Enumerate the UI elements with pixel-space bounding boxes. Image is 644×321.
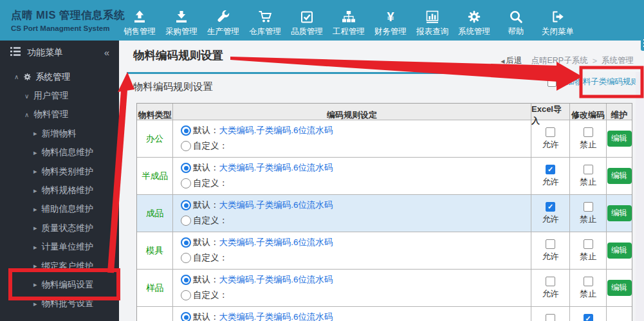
default-rule-radio[interactable] — [181, 237, 191, 248]
sidebar-item-label: 物料编码设置 — [42, 279, 94, 291]
add-subclass-rule-checkbox[interactable] — [547, 78, 557, 87]
custom-rule-radio[interactable] — [181, 178, 191, 188]
rule-pattern-link[interactable]: 大类编码.子类编码.6位流水码 — [219, 199, 333, 211]
maintain-cell: 编辑 — [607, 158, 632, 194]
rule-cell: 默认： 大类编码.子类编码.6位流水码 自定义： — [173, 232, 531, 269]
app-logo: 点晴 MIS 管理信息系统 CS Port Managment System — [0, 8, 121, 32]
tree-marker-icon: ∨ — [24, 93, 29, 100]
default-rule-label: 默认： — [193, 125, 219, 136]
default-rule-radio[interactable] — [181, 312, 191, 321]
sidebar-item[interactable]: ∧ 物料管理 — [0, 105, 119, 124]
modify-code-cell: 禁止 — [570, 270, 607, 306]
sidebar-item[interactable]: ▸ 物料类别维护 — [0, 162, 119, 181]
modify-code-checkbox[interactable] — [584, 165, 593, 174]
gear-icon — [23, 73, 32, 81]
default-rule-radio[interactable] — [181, 163, 191, 173]
corner-menu-tab[interactable] — [641, 35, 644, 51]
sidebar-item[interactable]: ▸ 绑定客户维护 — [0, 257, 119, 275]
custom-rule-radio[interactable] — [181, 253, 191, 263]
custom-rule-option: 自定义： — [181, 178, 531, 189]
rule-pattern-link[interactable]: 大类编码.子类编码.6位流水码 — [219, 274, 333, 286]
default-rule-radio[interactable] — [181, 275, 191, 285]
excel-import-checkbox[interactable] — [546, 202, 555, 212]
nav-reports[interactable]: 报表查询 — [414, 9, 451, 37]
sidebar-item-label: 新增物料 — [42, 128, 77, 140]
excel-import-cell: 允许 — [531, 195, 570, 232]
edit-button[interactable]: 编辑 — [607, 243, 632, 259]
nav-close-menu[interactable]: 关闭菜单 — [539, 9, 576, 37]
nav-finance[interactable]: ¥ 财务管理 — [372, 9, 409, 37]
modify-code-checkbox[interactable] — [584, 127, 593, 137]
nav-engineering[interactable]: 工程管理 — [330, 9, 367, 37]
sidebar-item[interactable]: ▸ 新增物料 — [0, 124, 119, 143]
sidebar-menu: ∧ 系统管理 ∨ 用户管理 ∧ — [0, 64, 119, 313]
rule-cell: 默认： 大类编码.子类编码.6位流水码 自定义： — [173, 120, 531, 157]
rule-pattern-link[interactable]: 大类编码.子类编码.6位流水码 — [219, 311, 333, 321]
edit-button[interactable]: 编辑 — [607, 168, 632, 184]
page-title: 物料编码规则设置 — [133, 48, 223, 63]
default-rule-radio[interactable] — [181, 200, 191, 210]
excel-import-checkbox[interactable] — [546, 165, 555, 174]
nav-purchase[interactable]: 采购管理 — [163, 9, 200, 37]
rule-pattern-link[interactable]: 大类编码.子类编码.6位流水码 — [219, 125, 333, 136]
rule-pattern-link[interactable]: 大类编码.子类编码.6位流水码 — [219, 162, 333, 174]
modify-code-checkbox[interactable] — [584, 277, 593, 286]
table-row: 模具 默认： 大类编码.子类编码.6位流水码 自定义： — [137, 232, 632, 270]
add-subclass-rule-label[interactable]: 增加物料子类编码规则 — [558, 77, 639, 87]
sidebar-item[interactable]: ▸ 物料规格维护 — [0, 181, 119, 199]
nav-system[interactable]: 系统管理 — [455, 9, 493, 37]
sidebar-item[interactable]: ▸ 物料信息维护 — [0, 143, 119, 162]
sidebar-item[interactable]: ∨ 用户管理 — [0, 86, 119, 105]
scrollbar-track[interactable] — [636, 72, 644, 321]
excel-import-checkbox[interactable] — [546, 127, 555, 137]
modify-code-checkbox[interactable] — [584, 239, 593, 249]
modify-code-checkbox[interactable] — [584, 202, 593, 212]
cart-icon — [258, 9, 272, 24]
custom-rule-radio[interactable] — [181, 290, 191, 300]
main-content: 物料编码规则设置 ◀后退 点晴ERP子系统 > 系统管理 物料编码规则设置 增加… — [119, 41, 644, 321]
table-row: 半成品 默认： 大类编码.子类编码.6位流水码 自定义： — [137, 158, 632, 195]
breadcrumb-link-system[interactable]: 系统管理 — [602, 55, 634, 66]
sidebar-header: 功能菜单 « — [0, 41, 119, 64]
table-row: 默认： 大类编码.子类编码.6位流水码 自定义： 允许 — [137, 307, 632, 321]
tree-marker-icon: ▸ — [33, 280, 37, 289]
custom-rule-radio[interactable] — [181, 216, 191, 226]
default-rule-option: 默认： 大类编码.子类编码.6位流水码 — [181, 125, 531, 136]
back-button[interactable]: ◀后退 — [501, 55, 522, 66]
edit-button[interactable]: 编辑 — [607, 280, 632, 296]
sidebar-item[interactable]: ▸ 辅助信息维护 — [0, 200, 119, 219]
material-type-label: 模具 — [137, 232, 173, 269]
rule-cell: 默认： 大类编码.子类编码.6位流水码 自定义： — [173, 270, 531, 306]
sidebar-item[interactable]: ▸ 计量单位维护 — [0, 238, 119, 257]
modify-code-checkbox[interactable] — [584, 314, 593, 321]
excel-import-checkbox[interactable] — [546, 277, 555, 286]
nav-help[interactable]: 帮助 — [497, 9, 535, 37]
sidebar-item[interactable]: ▸ 物料编码设置 — [0, 275, 119, 294]
custom-rule-radio[interactable] — [181, 141, 191, 151]
allow-label: 允许 — [542, 176, 559, 188]
tree-marker-icon: ▸ — [33, 205, 37, 214]
rule-pattern-link[interactable]: 大类编码.子类编码.6位流水码 — [219, 237, 333, 248]
breadcrumb-link-erp[interactable]: 点晴ERP子系统 — [531, 55, 587, 66]
excel-import-checkbox[interactable] — [546, 239, 555, 249]
nav-label: 关闭菜单 — [542, 26, 574, 37]
nav-label: 品质管理 — [291, 26, 323, 37]
default-rule-option: 默认： 大类编码.子类编码.6位流水码 — [181, 199, 531, 211]
nav-label: 仓库管理 — [249, 26, 281, 37]
default-rule-radio[interactable] — [181, 125, 191, 136]
sidebar-item[interactable]: ∧ 系统管理 — [0, 68, 119, 86]
edit-button[interactable]: 编辑 — [607, 205, 632, 221]
default-rule-option: 默认： 大类编码.子类编码.6位流水码 — [181, 162, 531, 174]
nav-sales[interactable]: 销售管理 — [121, 9, 158, 37]
sidebar-item[interactable]: ▸ 物料批号设置 — [0, 295, 119, 313]
default-rule-option: 默认： 大类编码.子类编码.6位流水码 — [181, 311, 531, 321]
edit-button[interactable]: 编辑 — [607, 131, 632, 147]
nav-warehouse[interactable]: 仓库管理 — [246, 9, 284, 37]
excel-import-checkbox[interactable] — [546, 314, 555, 321]
tree-marker-icon: ▸ — [33, 187, 37, 195]
top-nav-menu: 销售管理 采购管理 生产管理 仓库管理 — [121, 3, 581, 37]
nav-quality[interactable]: 品质管理 — [288, 9, 326, 37]
sidebar-collapse-button[interactable]: « — [104, 47, 109, 58]
sidebar-item[interactable]: ▸ 质量状态维护 — [0, 219, 119, 237]
nav-production[interactable]: 生产管理 — [205, 9, 242, 37]
